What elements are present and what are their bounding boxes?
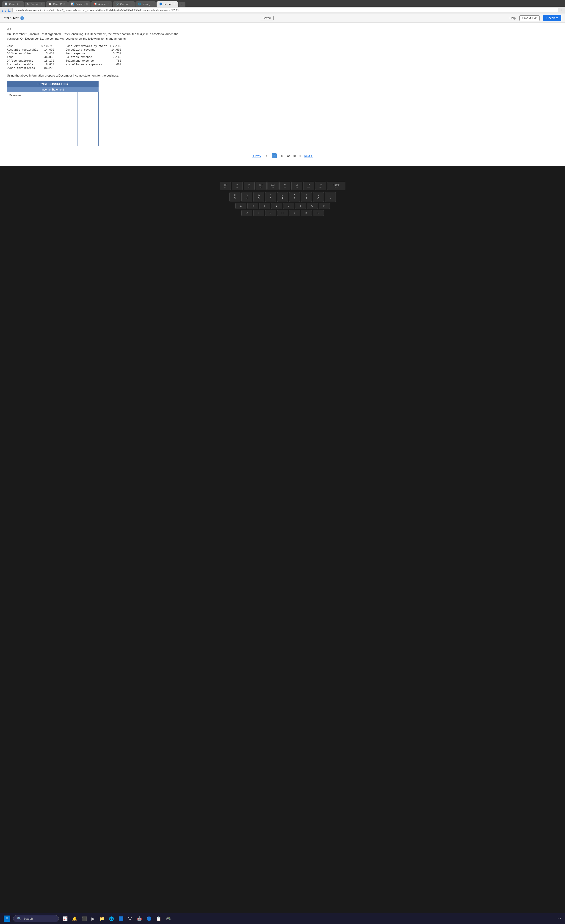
key-f7[interactable]: □□F7 [267, 182, 278, 190]
taskbar-dark-icon[interactable]: ⬛ [81, 915, 88, 922]
key-g[interactable]: G [265, 210, 276, 216]
key-u[interactable]: U [283, 203, 294, 209]
grid-icon[interactable]: ⊞ [298, 154, 301, 158]
row4-input-2[interactable] [59, 112, 75, 115]
row7-input-1[interactable] [9, 129, 55, 133]
key-7[interactable]: &7 [277, 192, 288, 202]
taskbar-teams-icon[interactable]: 📋 [155, 915, 162, 922]
next-button[interactable]: Next > [304, 154, 313, 158]
key-f8[interactable]: ⬌F8 [279, 182, 290, 190]
key-f3[interactable]: ◁+F3 [220, 182, 231, 190]
taskbar-shield-icon[interactable]: 🛡 [127, 915, 133, 922]
tab-questio[interactable]: M Questio ✕ [24, 2, 45, 7]
taskbar-edge-icon[interactable]: 🌐 [108, 915, 115, 922]
row5-input-2[interactable] [59, 118, 75, 121]
statement-cell[interactable] [57, 140, 78, 146]
statement-cell[interactable] [7, 128, 57, 134]
statement-cell[interactable] [7, 98, 57, 104]
statement-cell[interactable] [78, 122, 99, 128]
tab-close-icon[interactable]: ✕ [108, 3, 110, 5]
row4-input-1[interactable] [9, 112, 55, 115]
statement-cell[interactable] [78, 92, 99, 98]
key-o[interactable]: O [307, 203, 318, 209]
row6-input-1[interactable] [9, 123, 55, 127]
tab-annour[interactable]: 📢 Annour ✕ [91, 2, 112, 7]
start-button[interactable]: ⊞ [4, 915, 10, 922]
row5-input-1[interactable] [9, 118, 55, 121]
tab-content[interactable]: 📄 Content ✕ [2, 2, 24, 7]
key-f11[interactable]: ☆F11 [315, 182, 326, 190]
row2-input-3[interactable] [79, 100, 96, 103]
row6-input-2[interactable] [59, 123, 75, 127]
browser-back-button[interactable]: ‹ [2, 9, 3, 12]
browser-refresh-button[interactable]: ↻ [8, 9, 11, 12]
row9-input-3[interactable] [79, 141, 96, 145]
statement-cell[interactable] [78, 128, 99, 134]
key-f[interactable]: F [253, 210, 264, 216]
statement-cell[interactable] [57, 98, 78, 104]
key-5[interactable]: %5 [253, 192, 264, 202]
row2-input-1[interactable] [9, 100, 55, 103]
key-6[interactable]: ^6 [265, 192, 276, 202]
row5-input-3[interactable] [79, 118, 96, 121]
statement-cell[interactable] [78, 116, 99, 122]
check-button[interactable]: Check m [543, 15, 561, 21]
help-link[interactable]: Help [509, 16, 516, 20]
key-p[interactable]: P [319, 203, 330, 209]
revenue-input-1[interactable] [59, 94, 75, 97]
key-y[interactable]: Y [271, 203, 282, 209]
taskbar-graph-icon[interactable]: 📈 [62, 915, 69, 922]
page-7-current[interactable]: 7 [272, 153, 276, 158]
row7-input-3[interactable] [79, 129, 96, 133]
row9-input-2[interactable] [59, 141, 75, 145]
tab-close-icon[interactable]: ✕ [173, 3, 175, 5]
key-f10[interactable]: ↩F10 [303, 182, 314, 190]
statement-cell[interactable] [78, 98, 99, 104]
save-exit-button[interactable]: Save & Exit [519, 15, 539, 21]
statement-cell[interactable] [78, 110, 99, 116]
browser-forward-button[interactable]: › [5, 9, 6, 12]
row9-input-1[interactable] [9, 141, 55, 145]
row7-input-2[interactable] [59, 129, 75, 133]
tab-new[interactable]: + [179, 2, 185, 7]
revenue-input-2[interactable] [79, 94, 96, 97]
key-f4[interactable]: ×F4 [232, 182, 243, 190]
key-f6[interactable]: ☆+F6 [255, 182, 267, 190]
tab-google[interactable]: 🌐 www.g ✕ [135, 2, 156, 7]
statement-cell[interactable] [7, 134, 57, 140]
row3-input-2[interactable] [59, 106, 75, 109]
tab-classp[interactable]: 📋 Class P ✕ [46, 2, 68, 7]
statement-cell[interactable] [7, 116, 57, 122]
row8-input-3[interactable] [79, 135, 96, 139]
row2-input-2[interactable] [59, 100, 75, 103]
statement-cell[interactable] [78, 134, 99, 140]
statement-cell[interactable] [57, 134, 78, 140]
info-icon[interactable]: i [20, 16, 24, 20]
statement-cell[interactable] [57, 116, 78, 122]
tab-busines[interactable]: 📊 Busines ✕ [68, 2, 90, 7]
address-bar[interactable]: ezto.mheducation.com/ext/map/index.html?… [12, 8, 558, 12]
key-9[interactable]: (9 [301, 192, 312, 202]
tab-oneloc[interactable]: 🔗 OneLoc ✕ [113, 2, 135, 7]
taskbar-media-icon[interactable]: ▶ [90, 915, 96, 922]
taskbar-chrome-icon[interactable]: 🔵 [146, 915, 152, 922]
key-d[interactable]: D [241, 210, 252, 216]
row8-input-2[interactable] [59, 135, 75, 139]
statement-cell[interactable] [78, 104, 99, 110]
key-0[interactable]: )0 [313, 192, 324, 202]
statement-cell[interactable] [57, 92, 78, 98]
statement-cell[interactable] [78, 140, 99, 146]
row3-input-1[interactable] [9, 106, 55, 109]
statement-cell[interactable] [7, 140, 57, 146]
page-8[interactable]: 8 [279, 153, 284, 158]
tab-close-icon[interactable]: ✕ [41, 3, 43, 5]
key-r[interactable]: R [247, 203, 258, 209]
key-4[interactable]: $4 [241, 192, 252, 202]
key-3[interactable]: #3 [230, 192, 240, 202]
taskbar-ai-icon[interactable]: 🤖 [136, 915, 143, 922]
row8-input-1[interactable] [9, 135, 55, 139]
statement-cell[interactable] [7, 122, 57, 128]
statement-cell[interactable] [57, 110, 78, 116]
tab-close-icon[interactable]: ✕ [20, 3, 21, 5]
row4-input-3[interactable] [79, 112, 96, 115]
